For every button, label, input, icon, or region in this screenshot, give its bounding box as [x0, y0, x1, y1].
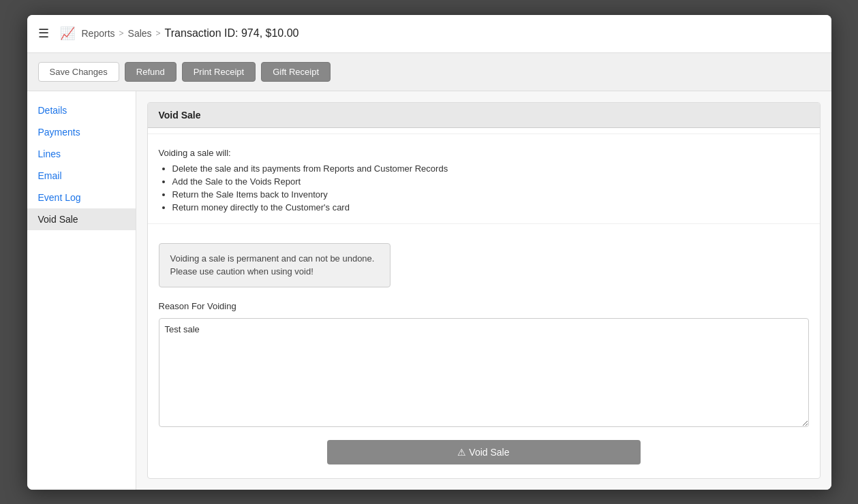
breadcrumb-sales[interactable]: Sales: [128, 28, 152, 39]
warning-box: Voiding a sale is permanent and can not …: [159, 243, 390, 287]
gift-receipt-button[interactable]: Gift Receipt: [261, 62, 331, 82]
void-info-section: Voiding a sale will: Delete the sale and…: [148, 140, 820, 224]
breadcrumb-sep-2: >: [156, 29, 161, 38]
panel-body: Voiding a sale is permanent and can not …: [148, 224, 820, 478]
panel-title: Void Sale: [148, 103, 820, 128]
sidebar-item-payments[interactable]: Payments: [27, 121, 136, 143]
topbar: ☰ 📈 Reports > Sales > Transaction ID: 97…: [27, 15, 831, 53]
breadcrumb-sep-1: >: [119, 29, 124, 38]
refund-button[interactable]: Refund: [125, 62, 177, 82]
reason-section: Reason For Voiding: [159, 301, 809, 429]
sidebar-item-details[interactable]: Details: [27, 99, 136, 121]
toolbar: Save Changes Refund Print Receipt Gift R…: [27, 53, 831, 91]
void-effects-list: Delete the sale and its payments from Re…: [172, 163, 809, 212]
void-intro-text: Voiding a sale will:: [159, 148, 809, 158]
sidebar: Details Payments Lines Email Event Log V…: [27, 91, 136, 490]
brand-icon: 📈: [60, 26, 75, 41]
list-item: Return money directly to the Customer's …: [172, 202, 809, 212]
content-area: Void Sale Voiding a sale will: Delete th…: [136, 91, 831, 490]
breadcrumb: Reports > Sales > Transaction ID: 974, $…: [82, 27, 299, 40]
app-window: ☰ 📈 Reports > Sales > Transaction ID: 97…: [27, 15, 831, 490]
breadcrumb-reports[interactable]: Reports: [82, 28, 115, 39]
breadcrumb-current: Transaction ID: 974, $10.00: [165, 27, 299, 40]
sidebar-item-event-log[interactable]: Event Log: [27, 187, 136, 208]
void-sale-button[interactable]: ⚠ Void Sale: [327, 440, 641, 464]
hamburger-icon[interactable]: ☰: [38, 26, 49, 41]
list-item: Return the Sale Items back to Inventory: [172, 189, 809, 200]
void-sale-panel: Void Sale Voiding a sale will: Delete th…: [147, 102, 821, 479]
save-changes-button[interactable]: Save Changes: [38, 62, 119, 82]
reason-textarea[interactable]: [159, 318, 809, 427]
print-receipt-button[interactable]: Print Receipt: [182, 62, 256, 82]
sidebar-item-lines[interactable]: Lines: [27, 143, 136, 165]
sidebar-item-email[interactable]: Email: [27, 165, 136, 187]
list-item: Add the Sale to the Voids Report: [172, 176, 809, 187]
list-item: Delete the sale and its payments from Re…: [172, 163, 809, 174]
sidebar-item-void-sale[interactable]: Void Sale: [27, 208, 136, 230]
main-area: Details Payments Lines Email Event Log V…: [27, 91, 831, 490]
reason-label: Reason For Voiding: [159, 301, 809, 314]
